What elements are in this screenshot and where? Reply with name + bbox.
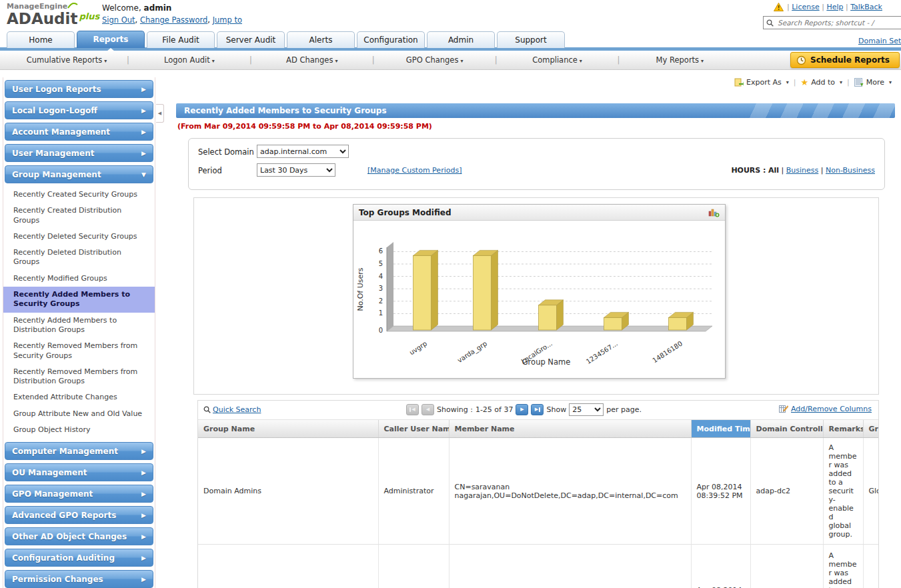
- sidebar-item-recently-modified-groups[interactable]: Recently Modified Groups: [3, 271, 155, 287]
- add-to-button[interactable]: ★ Add to▾: [800, 78, 842, 87]
- sidebar-section-advanced-gpo-reports[interactable]: Advanced GPO Reports▶: [5, 506, 153, 524]
- hours-option-business[interactable]: Business: [786, 166, 819, 175]
- subnav-item-gpo-changes[interactable]: GPO Changes▾: [375, 55, 495, 65]
- column-header-gro[interactable]: Gro: [863, 420, 879, 438]
- schedule-reports-button[interactable]: Schedule Reports: [790, 52, 900, 68]
- tab-configuration[interactable]: Configuration: [357, 31, 425, 48]
- main-content: Export As▾ | ★ Add to▾ | More▾ Recently …: [160, 73, 901, 588]
- sidebar-section-configuration-auditing[interactable]: Configuration Auditing▶: [5, 549, 153, 567]
- top-links-list: | License | Help | TalkBack: [787, 3, 882, 11]
- prev-page-button[interactable]: ◀: [421, 404, 434, 415]
- sidebar-item-recently-removed-members-from-distribution-groups[interactable]: Recently Removed Members from Distributi…: [3, 364, 155, 390]
- sidebar-section-permission-changes[interactable]: Permission Changes▶: [5, 570, 153, 588]
- warning-triangle-icon: !: [774, 3, 784, 11]
- manage-custom-periods-link[interactable]: [Manage Custom Periods]: [367, 166, 462, 175]
- table-row[interactable]: Domain AdminsAdministratorCN=saravanan n…: [198, 438, 879, 545]
- tab-support[interactable]: Support: [497, 31, 565, 48]
- tab-file-audit[interactable]: File Audit: [147, 31, 215, 48]
- page-size-select[interactable]: 25: [569, 403, 604, 416]
- sidebar-section-local-logon-logoff[interactable]: Local Logon-Logoff▶: [5, 101, 153, 119]
- sidebar-item-extended-attribute-changes[interactable]: Extended Attribute Changes: [3, 389, 155, 405]
- sidebar-item-recently-created-distribution-groups[interactable]: Recently Created Distribution Groups: [3, 203, 155, 229]
- export-as-button[interactable]: Export As▾: [734, 77, 789, 87]
- sidebar-section-ou-management[interactable]: OU Management▶: [5, 463, 153, 481]
- tab-alerts[interactable]: Alerts: [287, 31, 355, 48]
- sidebar-section-computer-management[interactable]: Computer Management▶: [5, 442, 153, 460]
- sidebar-collapse-handle[interactable]: ◀: [156, 104, 164, 123]
- period-select[interactable]: Last 30 Days: [257, 163, 335, 177]
- sidebar-section-other-ad-object-changes[interactable]: Other AD Object Changes▶: [5, 527, 153, 545]
- tab-admin[interactable]: Admin: [427, 31, 495, 48]
- hours-label: HOURS :: [731, 166, 766, 175]
- report-search-box[interactable]: [763, 16, 901, 29]
- chart-type-icon[interactable]: [708, 207, 720, 217]
- chevron-right-icon: ▶: [141, 491, 146, 497]
- hours-filter: HOURS : All | Business | Non-Business: [731, 166, 875, 175]
- cell-modified-time: Apr 08,2014 08:39:52 PM: [691, 438, 750, 545]
- column-header-member-name[interactable]: Member Name: [449, 420, 691, 438]
- link-sign-out[interactable]: Sign Out: [102, 15, 135, 25]
- link-help[interactable]: Help: [826, 3, 843, 11]
- search-icon: [766, 19, 774, 27]
- report-title: Recently Added Members to Security Group…: [184, 106, 387, 115]
- sidebar-item-group-attribute-new-and-old-value[interactable]: Group Attribute New and Old Value: [3, 406, 155, 422]
- first-page-button[interactable]: ◀: [406, 404, 419, 415]
- chevron-down-icon: ▾: [580, 58, 582, 64]
- sidebar-section-group-management[interactable]: Group Management▼: [5, 165, 153, 183]
- sidebar-section-user-logon-reports[interactable]: User Logon Reports▶: [5, 80, 153, 98]
- chevron-right-icon: ▶: [141, 469, 146, 476]
- report-date-range: (From Mar 09,2014 09:59:58 PM to Apr 08,…: [177, 122, 432, 131]
- cell-remarks: A member was added to a security-enabled…: [823, 438, 863, 545]
- subnav-item-label: AD Changes: [286, 55, 333, 65]
- sidebar-section-label: Group Management: [12, 170, 101, 179]
- sidebar-section-gpo-management[interactable]: GPO Management▶: [5, 485, 153, 503]
- show-label: Show: [546, 405, 566, 414]
- last-page-button[interactable]: ▶: [531, 404, 544, 415]
- subnav-item-cumulative-reports[interactable]: Cumulative Reports▾: [7, 55, 127, 65]
- per-page-label: per page.: [606, 405, 642, 414]
- chevron-right-icon: ▶: [141, 555, 146, 561]
- link-change-password[interactable]: Change Password: [140, 15, 207, 25]
- sidebar-item-recently-added-members-to-distribution-groups[interactable]: Recently Added Members to Distribution G…: [3, 313, 155, 339]
- hours-option-non-business[interactable]: Non-Business: [826, 166, 875, 175]
- svg-text:1234567...: 1234567...: [585, 339, 619, 365]
- sidebar-item-recently-created-security-groups[interactable]: Recently Created Security Groups: [3, 187, 155, 203]
- subnav-item-my-reports[interactable]: My Reports▾: [620, 55, 740, 65]
- hours-option-all[interactable]: All: [768, 166, 779, 175]
- select-domain-label: Select Domain: [198, 147, 254, 157]
- tab-home[interactable]: Home: [7, 31, 75, 48]
- subnav-item-logon-audit[interactable]: Logon Audit▾: [129, 55, 249, 65]
- quick-search-link[interactable]: Quick Search: [203, 405, 261, 414]
- subnav-item-compliance[interactable]: Compliance▾: [498, 55, 618, 65]
- sidebar-item-recently-added-members-to-security-groups[interactable]: Recently Added Members to Security Group…: [3, 287, 155, 313]
- sidebar-section-user-management[interactable]: User Management▶: [5, 144, 153, 162]
- table-row[interactable]: Remote Desktop UsersadministratorCN=hari…: [198, 545, 879, 588]
- more-button[interactable]: More▾: [854, 78, 892, 87]
- tab-reports[interactable]: Reports: [77, 31, 145, 48]
- sidebar-item-recently-removed-members-from-security-groups[interactable]: Recently Removed Members from Security G…: [3, 338, 155, 364]
- sidebar-item-recently-deleted-security-groups[interactable]: Recently Deleted Security Groups: [3, 229, 155, 245]
- export-icon: [734, 77, 744, 87]
- column-header-modified-time[interactable]: Modified Time▾: [691, 420, 750, 438]
- add-remove-columns-link[interactable]: Add/Remove Columns: [779, 405, 872, 413]
- column-header-remarks[interactable]: Remarks: [823, 420, 863, 438]
- column-header-caller-user-name[interactable]: Caller User Name: [378, 420, 449, 438]
- column-header-group-name[interactable]: Group Name: [198, 420, 378, 438]
- next-page-button[interactable]: ▶: [516, 404, 528, 415]
- subnav-item-ad-changes[interactable]: AD Changes▾: [252, 55, 372, 65]
- svg-text:No.Of Users: No.Of Users: [356, 267, 365, 311]
- domain-select[interactable]: adap.internal.com: [257, 145, 349, 158]
- sidebar-section-account-management[interactable]: Account Management▶: [5, 123, 153, 141]
- domain-settings-link[interactable]: Domain Settings: [858, 37, 901, 45]
- link-jump-to[interactable]: Jump to: [213, 15, 242, 25]
- link-license[interactable]: License: [792, 3, 819, 11]
- svg-text:1: 1: [379, 309, 383, 317]
- search-input[interactable]: [776, 18, 901, 27]
- sidebar-item-recently-deleted-distribution-groups[interactable]: Recently Deleted Distribution Groups: [3, 245, 155, 271]
- column-header-domain-controller[interactable]: Domain Controller: [750, 420, 823, 438]
- cell-group-scope: Glo: [863, 438, 879, 545]
- sidebar-item-group-object-history[interactable]: Group Object History: [3, 422, 155, 438]
- tab-server-audit[interactable]: Server Audit: [217, 31, 285, 48]
- link-talkback[interactable]: TalkBack: [850, 3, 882, 11]
- star-icon: ★: [800, 78, 808, 87]
